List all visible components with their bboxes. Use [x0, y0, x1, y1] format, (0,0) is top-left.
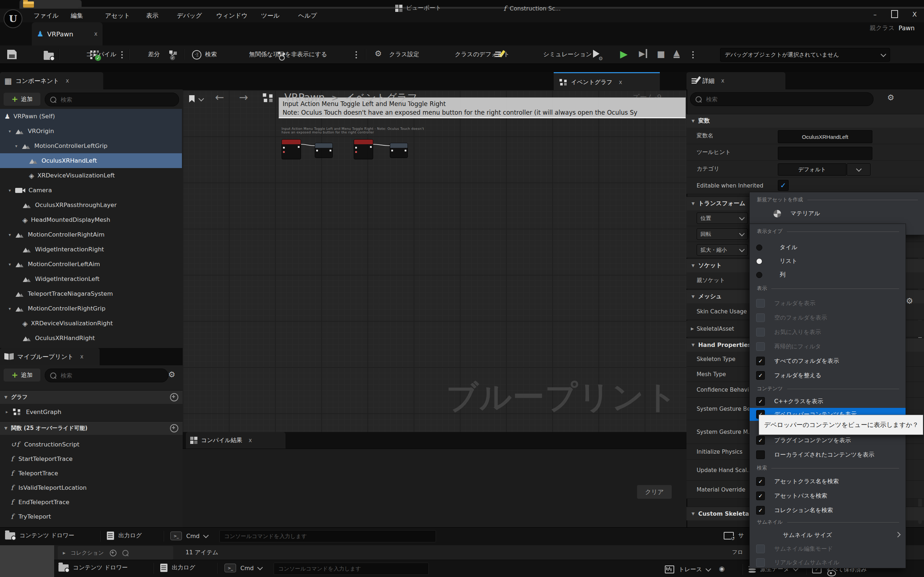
content-drawer-button[interactable]: コンテンツ ドロワー — [5, 532, 74, 540]
diff-button[interactable]: 差分 — [148, 50, 160, 58]
function-item[interactable]: fTryTeleport — [0, 509, 183, 524]
compile-button[interactable]: コンパイル — [86, 50, 116, 58]
expand-arrow-icon[interactable]: ▸ — [6, 409, 8, 414]
graphs-section-header[interactable]: ▼ グラフ — [0, 390, 183, 404]
tree-item[interactable]: TeleportTraceNiagaraSystem — [0, 286, 182, 301]
trace-button[interactable]: トレース — [665, 566, 710, 574]
forward-icon[interactable]: → — [239, 91, 248, 103]
menu-item-show-favorites[interactable]: お気に入りを表示 — [750, 325, 906, 339]
breadcrumb-root[interactable]: VRPawn — [284, 92, 325, 103]
function-item[interactable]: fIsValidTeleportLocation — [0, 480, 183, 495]
gear-icon[interactable] — [906, 297, 913, 305]
components-tab[interactable]: コンポーネント x — [0, 72, 103, 89]
tree-item[interactable]: XRDeviceVisualizationLeft — [0, 168, 182, 183]
blueprint-node-action[interactable] — [315, 143, 333, 158]
asset-tab-vrpawn[interactable]: VRPawn x — [32, 23, 102, 45]
tree-item[interactable]: WidgetInteractionLeft — [0, 272, 182, 286]
menu-item-show-localized-content[interactable]: ローカライズされたコンテンツを表示 — [750, 448, 906, 461]
eject-icon[interactable]: ▲ — [674, 49, 680, 58]
close-icon[interactable]: x — [66, 77, 69, 84]
expand-arrow-icon[interactable]: ▾ — [9, 262, 15, 267]
console-command-input[interactable] — [274, 562, 429, 575]
back-icon[interactable]: ← — [215, 91, 224, 103]
menu-help[interactable]: ヘルプ — [298, 11, 317, 20]
save-icon[interactable] — [7, 50, 16, 59]
close-button[interactable]: X — [913, 10, 917, 18]
collections-button[interactable]: ▸ コレクション — [58, 546, 173, 560]
frameskip-icon[interactable]: ▶ — [639, 49, 647, 58]
close-icon[interactable]: x — [619, 79, 622, 85]
background-window-tab[interactable] — [19, 0, 82, 9]
myblueprint-search[interactable] — [45, 369, 168, 382]
tree-item-selected[interactable]: OculusXRHandLeft — [0, 153, 182, 168]
close-icon[interactable]: x — [249, 437, 252, 443]
tree-item[interactable]: HeadMountedDisplayMesh — [0, 213, 182, 227]
components-search-input[interactable] — [60, 96, 174, 103]
blueprint-node-action[interactable] — [390, 143, 408, 158]
add-collection-icon[interactable] — [110, 550, 116, 556]
collapse-arrow-icon[interactable]: ▼ — [4, 395, 7, 400]
editable-checkbox[interactable]: ✓ — [778, 180, 789, 191]
menu-item-show-empty-folders[interactable]: 空のフォルダを表示 — [750, 311, 906, 325]
menu-item-search-asset-path[interactable]: アセットパスを検索 — [750, 488, 906, 503]
compile-results-tab[interactable]: コンパイル結果 x — [186, 432, 286, 449]
function-item[interactable]: ↺fConstructionScript — [0, 437, 183, 451]
console-command-input[interactable] — [220, 530, 436, 542]
search-icon[interactable] — [122, 550, 129, 556]
menu-item-show-folders[interactable]: フォルダを表示 — [750, 296, 906, 311]
menu-item-tiles[interactable]: タイル — [750, 240, 906, 254]
compile-options-kebab-icon[interactable] — [121, 51, 123, 53]
find-in-browser-icon[interactable] — [44, 53, 54, 60]
details-settings-gear-icon[interactable] — [887, 93, 894, 102]
tree-item[interactable]: VRPawn (Self) — [0, 109, 182, 124]
tree-item[interactable]: ▾VROrigin — [0, 124, 182, 139]
close-icon[interactable]: x — [80, 353, 83, 360]
add-graph-icon[interactable] — [170, 393, 178, 401]
tree-item[interactable]: OculusXRPassthroughLayer — [0, 198, 182, 213]
maximize-button[interactable] — [891, 10, 898, 18]
output-log-button[interactable]: 出力ログ — [107, 532, 142, 540]
bookmark-icon[interactable] — [189, 95, 195, 102]
menu-item-realtime-thumbnails[interactable]: リアルタイムサムネイル — [750, 556, 906, 569]
simulate-icon[interactable] — [592, 50, 602, 59]
menu-item-show-plugin-content[interactable]: プラグインコンテンツを表示 — [750, 434, 906, 447]
tooltip-input[interactable] — [778, 147, 872, 160]
location-dropdown[interactable]: 位置 — [696, 213, 748, 224]
tree-item[interactable]: XRDeviceVisualizationRight — [0, 316, 182, 331]
details-tab[interactable]: 詳細 x — [687, 72, 785, 89]
expand-arrow-icon[interactable]: ▾ — [9, 232, 15, 237]
status-right-fragment[interactable]: サ — [724, 532, 744, 540]
add-blueprint-item-button[interactable]: +追加 — [3, 369, 40, 382]
blueprint-node-event[interactable] — [281, 139, 301, 160]
menu-item-material[interactable]: マテリアル — [750, 206, 924, 220]
cmd-dropdown[interactable]: Cmd — [225, 564, 262, 572]
menu-item-show-all-folders[interactable]: すべてのフォルダを表示 — [750, 354, 906, 368]
expand-arrow-icon[interactable]: ▶ — [691, 326, 694, 331]
variable-section-header[interactable]: ▼変数 — [687, 114, 924, 128]
collapse-arrow-icon[interactable]: ▼ — [4, 426, 7, 430]
menu-tools[interactable]: ツール — [261, 11, 280, 20]
menu-item-list[interactable]: リスト — [750, 254, 906, 268]
tree-item[interactable]: ▾MotionControllerLeftGrip — [0, 139, 182, 153]
blueprint-node-event[interactable] — [354, 139, 373, 160]
menu-item-columns[interactable]: 列 — [750, 268, 906, 282]
parent-class-value[interactable]: Pawn — [898, 24, 914, 32]
clear-button[interactable]: クリア — [637, 485, 672, 499]
menu-item-show-cpp-classes[interactable]: C++クラスを表示 — [750, 395, 906, 408]
simulate-button[interactable]: シミュレーション — [543, 50, 592, 58]
tab-viewport[interactable]: ビューポート — [395, 4, 441, 12]
functions-section-header[interactable]: ▼ 関数 (25 オーバーライド可能) — [0, 421, 183, 435]
components-search[interactable] — [45, 93, 179, 106]
scale-dropdown[interactable]: 拡大・縮小 — [696, 244, 748, 256]
expand-arrow-icon[interactable]: ▾ — [15, 143, 22, 148]
menu-item-thumbnail-edit-mode[interactable]: サムネイル編集モード — [750, 542, 906, 556]
expand-arrow-icon[interactable]: ▾ — [9, 129, 15, 134]
class-defaults-button[interactable]: クラスのデフォルト — [455, 50, 510, 58]
minimize-button[interactable]: – — [874, 10, 877, 18]
menu-view[interactable]: 表示 — [146, 11, 158, 20]
expand-arrow-icon[interactable]: ▾ — [9, 188, 15, 193]
hide-unrelated-button[interactable]: 無関係な項目を非表示にする — [249, 50, 327, 58]
tree-item[interactable]: ▾MotionControllerRightAim — [0, 227, 182, 242]
output-log-button[interactable]: 出力ログ — [160, 564, 195, 572]
class-settings-icon[interactable] — [375, 49, 382, 58]
